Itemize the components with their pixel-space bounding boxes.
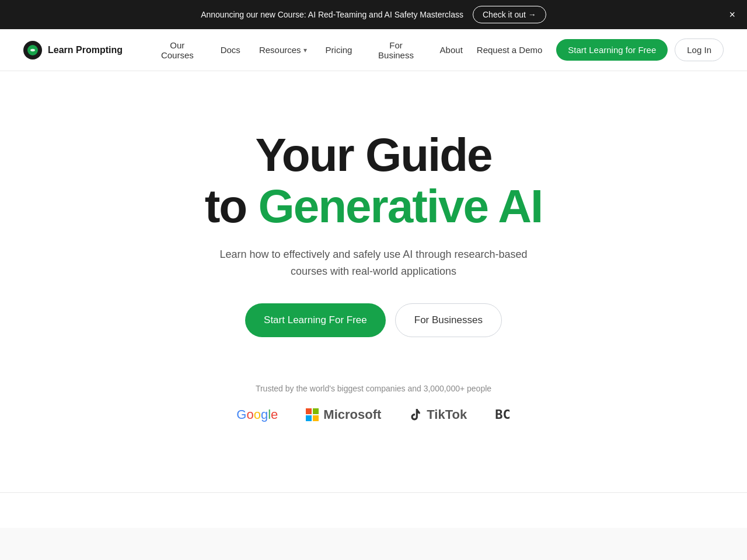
logo-text: Learn Prompting (48, 45, 123, 55)
logo-icon (23, 41, 42, 60)
nav-resources[interactable]: Resources ▾ (252, 40, 314, 60)
nav-docs[interactable]: Docs (214, 40, 247, 60)
log-in-button[interactable]: Log In (675, 38, 724, 61)
resources-chevron-icon: ▾ (303, 46, 307, 54)
trust-label: Trusted by the world's biggest companies… (256, 384, 491, 393)
microsoft-grid-icon (306, 408, 319, 421)
logo-link[interactable]: Learn Prompting (23, 41, 123, 60)
tiktok-icon (409, 408, 422, 421)
close-announcement-button[interactable]: × (729, 9, 735, 20)
start-learning-nav-button[interactable]: Start Learning for Free (556, 39, 668, 61)
nav-pricing[interactable]: Pricing (319, 40, 359, 60)
hero-section: Your Guide to Generative AI Learn how to… (0, 71, 747, 469)
nav-for-business[interactable]: For Business (364, 36, 428, 65)
bottom-section: AI Courses for Every Learner (0, 528, 747, 560)
section-divider (0, 492, 747, 493)
trust-logos: Google Microsoft TikTok (236, 407, 510, 422)
for-businesses-button[interactable]: For Businesses (395, 303, 502, 337)
navbar: Learn Prompting Our Courses Docs Resourc… (0, 29, 747, 71)
announcement-text: Announcing our new Course: AI Red-Teamin… (201, 10, 463, 19)
bc-logo: BC (495, 407, 511, 422)
announcement-banner: Announcing our new Course: AI Red-Teamin… (0, 0, 747, 29)
nav-links: Our Courses Docs Resources ▾ Pricing For… (146, 36, 470, 65)
hero-buttons: Start Learning For Free For Businesses (245, 303, 502, 337)
request-demo-button[interactable]: Request a Demo (470, 40, 550, 60)
check-it-out-button[interactable]: Check it out → (473, 6, 546, 23)
hero-subtitle: Learn how to effectively and safely use … (210, 246, 537, 280)
google-logo: Google (236, 407, 278, 422)
tiktok-logo: TikTok (409, 407, 467, 422)
microsoft-logo: Microsoft (306, 407, 381, 422)
nav-about[interactable]: About (433, 40, 470, 60)
nav-our-courses[interactable]: Our Courses (146, 36, 209, 65)
hero-title: Your Guide to Generative AI (205, 130, 543, 232)
start-learning-hero-button[interactable]: Start Learning For Free (245, 303, 386, 337)
trust-section: Trusted by the world's biggest companies… (236, 384, 510, 422)
nav-actions: Request a Demo Start Learning for Free L… (470, 38, 724, 61)
